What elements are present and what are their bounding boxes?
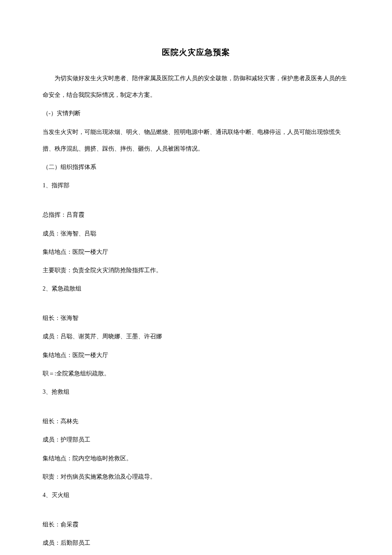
section1-heading: （-）灾情判断 xyxy=(43,105,349,122)
group1-duty: 主要职责：负责全院火灾消防抢险指挥工作。 xyxy=(43,262,349,279)
group3-members: 成员：护理部员工 xyxy=(43,431,349,448)
group3-leader: 组长：高林先 xyxy=(43,413,349,430)
section1-text: 当发生火灾时，可能出现浓烟、明火、物品燃烧、照明电源中断、通讯联络中断、电梯停运… xyxy=(43,124,349,157)
group2-location: 集结地点：医院一楼大厅 xyxy=(43,347,349,363)
group3-duty: 职责：对伤病员实施紧急救治及心理疏导。 xyxy=(43,468,349,485)
group4-location: 集结地点：医院后院 xyxy=(43,553,349,555)
document-title: 医院火灾应急预案 xyxy=(43,47,349,58)
group1-label: 1、指挥部 xyxy=(43,177,349,194)
group4-leader: 组长：俞采霞 xyxy=(43,516,349,533)
group4-label: 4、灭火组 xyxy=(43,487,349,503)
group2-leader: 组长：张海智 xyxy=(43,310,349,326)
group2-members: 成员：吕聪、谢英芹、周晓娜、王墨、许召娜 xyxy=(43,328,349,345)
group3-label: 3、抢救组 xyxy=(43,384,349,400)
group4-members: 成员：后勤部员工 xyxy=(43,535,349,551)
intro-paragraph: 为切实做好发生火灾时患者、陪伴家属及医院工作人员的安全跋散，防御和减轻灾害，保护… xyxy=(43,70,349,103)
group2-duty: 职＝:全院紧急组织疏散。 xyxy=(43,365,349,382)
group3-location: 集结地点：院内空地临时抢救区。 xyxy=(43,450,349,467)
section2-heading: （二）组织指挥体系 xyxy=(43,159,349,175)
group1-commander: 总指挥：吕育霞 xyxy=(43,206,349,223)
group1-location: 集结地点：医院一楼大厅 xyxy=(43,244,349,260)
group1-members: 成员：张海智、吕聪 xyxy=(43,225,349,242)
group2-label: 2、紧急疏散组 xyxy=(43,280,349,297)
